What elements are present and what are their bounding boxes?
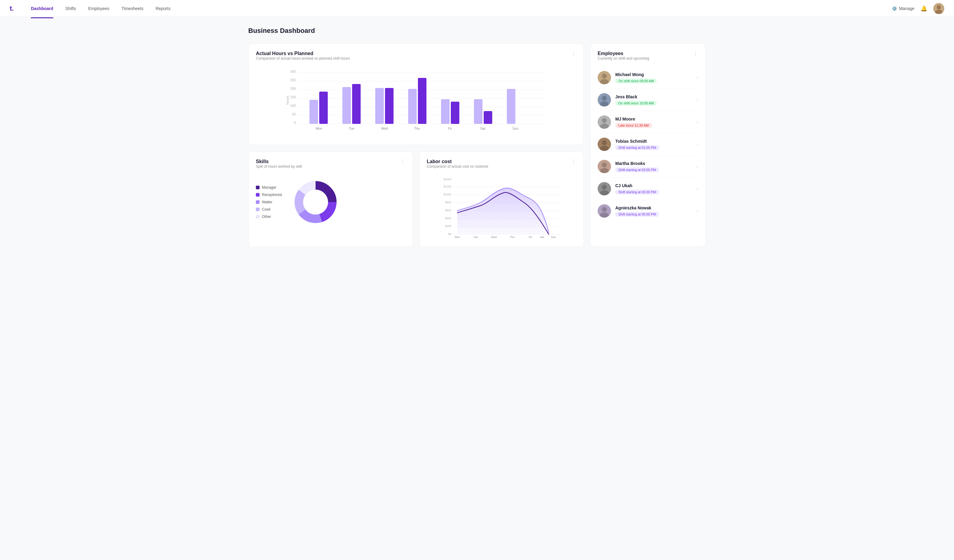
legend-dot	[256, 193, 260, 197]
svg-text:$0: $0	[448, 233, 451, 236]
employee-item[interactable]: Tobias Schmidt Shift starting at 01:00 P…	[598, 133, 698, 156]
svg-text:Mon: Mon	[455, 236, 460, 239]
svg-rect-18	[309, 100, 318, 124]
employee-item[interactable]: Jess Black On shift since 10:00 AM ›	[598, 89, 698, 111]
bar-chart-svg: 0 50 100 150 200 250 300 Hours	[256, 70, 576, 137]
bell-button[interactable]: 🔔	[920, 5, 927, 12]
dashboard-grid: Actual Hours vs Planned Comparison of ac…	[248, 43, 706, 247]
svg-text:$1200: $1200	[443, 185, 451, 188]
donut-chart-svg	[291, 178, 340, 226]
nav-link-dashboard[interactable]: Dashboard	[26, 4, 58, 13]
skills-title: Skills	[256, 159, 302, 164]
svg-rect-25	[385, 88, 394, 124]
actual-hours-menu[interactable]: ⋮	[571, 51, 576, 56]
labor-cost-header: Labor cost Comparison of actual cost vs …	[427, 159, 576, 173]
svg-point-1	[937, 5, 941, 9]
employee-info: Martha Brooks Shift starting at 03:00 PM	[615, 161, 692, 172]
svg-text:0: 0	[294, 121, 296, 124]
svg-text:300: 300	[290, 70, 296, 73]
svg-text:Tue: Tue	[349, 127, 355, 130]
svg-text:$400: $400	[445, 217, 451, 220]
svg-rect-27	[408, 89, 417, 124]
skills-titles: Skills Split of hours worked by skill	[256, 159, 302, 173]
legend-item: Other	[256, 215, 282, 219]
nav-link-reports[interactable]: Reports	[151, 4, 175, 13]
nav-link-employees[interactable]: Employees	[83, 4, 114, 13]
employee-chevron: ›	[697, 97, 698, 102]
employee-avatar	[598, 204, 611, 218]
actual-hours-subtitle: Comparison of actual hours worked vs pla…	[256, 56, 350, 61]
svg-text:Thu: Thu	[510, 236, 515, 239]
employee-list: Michael Wong On shift since 09:00 AM › J…	[598, 67, 698, 222]
legend-label: Cook	[262, 207, 270, 212]
skills-legend: ManagerReceptionistWaiterCookOther	[256, 185, 282, 219]
employee-info: MJ Moore Late since 11:30 AM	[615, 117, 692, 128]
employee-info: CJ Ukah Shift starting at 05:00 PM	[615, 183, 692, 194]
employee-info: Jess Black On shift since 10:00 AM	[615, 94, 692, 106]
avatar[interactable]	[933, 3, 944, 14]
svg-text:Hours: Hours	[286, 96, 289, 105]
svg-point-70	[602, 96, 607, 101]
logo[interactable]: t.	[10, 5, 14, 12]
legend-dot	[256, 200, 260, 204]
employees-menu[interactable]: ⋮	[693, 51, 698, 56]
navbar: t. DashboardShiftsEmployeesTimesheetsRep…	[0, 0, 954, 17]
employee-avatar	[598, 182, 611, 195]
svg-text:$600: $600	[445, 209, 451, 212]
actual-hours-header: Actual Hours vs Planned Comparison of ac…	[256, 51, 576, 65]
employee-badge: Shift starting at 03:00 PM	[615, 167, 659, 172]
svg-text:Sun: Sun	[512, 127, 518, 130]
employee-avatar	[598, 160, 611, 173]
labor-cost-title: Labor cost	[427, 159, 488, 164]
svg-text:$1400: $1400	[443, 178, 451, 181]
labor-cost-titles: Labor cost Comparison of actual cost vs …	[427, 159, 488, 173]
svg-point-73	[602, 118, 607, 123]
nav-link-shifts[interactable]: Shifts	[61, 4, 81, 13]
nav-link-timesheets[interactable]: Timesheets	[117, 4, 148, 13]
svg-rect-22	[352, 84, 361, 124]
employees-subtitle: Currently on shift and upcoming	[598, 56, 649, 61]
svg-text:150: 150	[290, 95, 296, 99]
legend-label: Manager	[262, 185, 276, 190]
employee-item[interactable]: CJ Ukah Shift starting at 05:00 PM ›	[598, 178, 698, 200]
employee-chevron: ›	[697, 120, 698, 124]
labor-cost-menu[interactable]: ⋮	[571, 159, 576, 164]
employees-header: Employees Currently on shift and upcomin…	[598, 51, 698, 65]
svg-rect-30	[441, 99, 450, 124]
skills-subtitle: Split of hours worked by skill	[256, 164, 302, 169]
employee-item[interactable]: MJ Moore Late since 11:30 AM ›	[598, 111, 698, 133]
svg-point-79	[602, 163, 607, 167]
legend-dot	[256, 215, 260, 219]
nav-links: DashboardShiftsEmployeesTimesheetsReport…	[26, 4, 892, 13]
employee-info: Tobias Schmidt Shift starting at 01:00 P…	[615, 139, 692, 150]
legend-item: Receptionist	[256, 193, 282, 197]
legend-item: Waiter	[256, 200, 282, 204]
actual-hours-title: Actual Hours vs Planned	[256, 51, 350, 56]
page-content: Business Dashboard Actual Hours vs Plann…	[238, 17, 716, 257]
employee-avatar	[598, 115, 611, 129]
employee-name: Jess Black	[615, 94, 692, 99]
svg-text:Tue: Tue	[473, 236, 478, 239]
employee-item[interactable]: Martha Brooks Shift starting at 03:00 PM…	[598, 156, 698, 178]
svg-rect-31	[451, 102, 459, 124]
employee-item[interactable]: Agnieszka Nowak Shift starting at 05:00 …	[598, 200, 698, 222]
svg-text:Wed: Wed	[381, 127, 388, 130]
manage-icon: ⚙️	[892, 6, 897, 11]
employee-badge: Shift starting at 05:00 PM	[615, 212, 659, 217]
page-title: Business Dashboard	[248, 27, 706, 35]
employee-chevron: ›	[697, 75, 698, 80]
employee-badge: Shift starting at 01:00 PM	[615, 145, 659, 150]
skills-menu[interactable]: ⋮	[400, 159, 405, 164]
manage-button[interactable]: ⚙️ Manage	[892, 6, 914, 11]
employees-card: Employees Currently on shift and upcomin…	[590, 43, 706, 247]
employee-item[interactable]: Michael Wong On shift since 09:00 AM ›	[598, 67, 698, 89]
svg-text:Fri: Fri	[448, 127, 452, 130]
svg-point-82	[602, 185, 607, 190]
actual-hours-card: Actual Hours vs Planned Comparison of ac…	[248, 43, 584, 145]
svg-text:$200: $200	[445, 225, 451, 228]
employee-info: Agnieszka Nowak Shift starting at 05:00 …	[615, 205, 692, 217]
employee-avatar	[598, 138, 611, 151]
svg-text:Sun: Sun	[551, 236, 556, 239]
employee-name: Agnieszka Nowak	[615, 205, 692, 210]
employee-chevron: ›	[697, 186, 698, 191]
